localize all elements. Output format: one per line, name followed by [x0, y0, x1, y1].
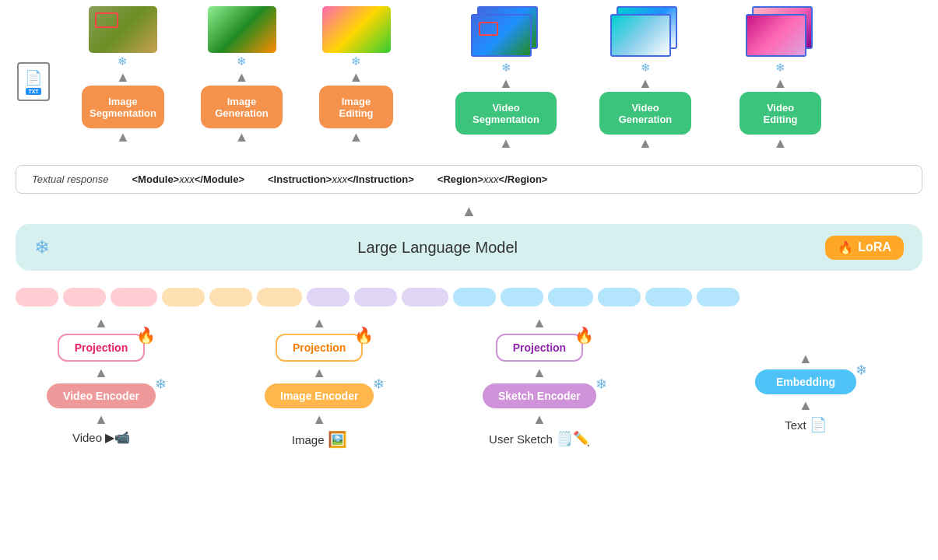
sketch-enc-wrapper: Sketch Encoder ❄: [483, 383, 596, 408]
sketch-input-text: User Sketch: [489, 432, 553, 446]
lora-fire-icon: 🔥: [838, 240, 853, 255]
token-pink-2: [63, 288, 106, 306]
token-peach-1: [162, 288, 205, 306]
task-video-generation: VideoGeneration: [599, 92, 691, 135]
video-projection-box: Projection: [58, 334, 145, 362]
image-input-text: Image: [292, 433, 325, 446]
video-generation-group: ❄ ▲ VideoGeneration ▲: [599, 6, 691, 150]
image-proj-wrapper: Projection 🔥: [276, 334, 363, 362]
vid-edit-thumb: [746, 6, 816, 59]
lora-label: LoRA: [858, 240, 891, 254]
token-peach-3: [257, 288, 302, 306]
arrow-down-img-seg: ▲: [116, 130, 130, 144]
arrow-down-img-gen: ▲: [235, 130, 249, 144]
arrow-response-to-llm: ▲: [462, 202, 477, 220]
image-enc-wrapper: Image Encoder ❄: [265, 383, 374, 408]
fire-sketch-proj: 🔥: [574, 326, 594, 345]
arrow-vid-gen: ▲: [638, 76, 652, 90]
video-editing-group: ❄ ▲ VideoEditing ▲: [740, 6, 821, 150]
txt-doc-icon: 📄 TXT: [17, 62, 54, 101]
vid-seg-thumb: [471, 6, 541, 59]
image-encoder-box: Image Encoder: [265, 383, 374, 408]
task-image-segmentation: ImageSegmentation: [82, 86, 164, 128]
image-encoder-col: ▲ Projection 🔥 ▲ Image Encoder ❄ ▲ Image…: [265, 316, 374, 449]
snowflake-vid-seg: ❄: [501, 61, 511, 75]
snowflake-img-seg: ❄: [118, 54, 128, 68]
video-encoder-label: Video Encoder: [63, 390, 139, 402]
video-input-icon: ▶📹: [105, 430, 130, 445]
sketch-proj-label: Projection: [513, 341, 566, 354]
video-encoder-box: Video Encoder: [47, 383, 156, 408]
video-input-label: Video ▶📹: [72, 430, 130, 445]
image-encoder-label: Image Encoder: [280, 390, 358, 402]
token-blue-2: [501, 288, 543, 306]
arrow-vid-seg: ▲: [499, 76, 513, 90]
snowflake-llm: ❄: [34, 236, 50, 258]
token-blue-6: [697, 288, 740, 306]
arrow-proj-to-token-video: ▲: [94, 316, 108, 330]
token-pills-row: [16, 288, 922, 306]
img-gen-thumb: [208, 6, 276, 53]
token-blue-5: [645, 288, 692, 306]
snowflake-vid-edit: ❄: [775, 61, 785, 75]
lora-badge: 🔥 LoRA: [825, 236, 904, 260]
arrow-img-gen: ▲: [235, 70, 249, 84]
text-embedding-col: ▲ Embedding ❄ ▲ Text 📄: [755, 352, 856, 433]
arrow-input-to-enc-sketch: ▲: [532, 412, 546, 426]
snowflake-text-emb: ❄: [855, 362, 867, 379]
token-peach-2: [209, 288, 252, 306]
token-pink-1: [16, 288, 58, 306]
image-generation-group: ❄ ▲ ImageGeneration ▲: [201, 6, 283, 144]
video-segmentation-group: ❄ ▲ VideoSegmentation ▲: [455, 6, 557, 150]
token-pink-3: [111, 288, 157, 306]
arrow-img-edit: ▲: [350, 70, 364, 84]
snowflake-sketch-enc: ❄: [595, 376, 607, 393]
video-input-text: Video: [72, 431, 102, 444]
sketch-projection-box: Projection: [496, 334, 583, 362]
llm-box: ❄ Large Language Model 🔥 LoRA: [16, 224, 922, 271]
vid-gen-thumb: [610, 6, 680, 59]
task-video-segmentation: VideoSegmentation: [455, 92, 557, 135]
token-blue-4: [598, 288, 641, 306]
image-input-label: Image 🖼️: [292, 430, 347, 449]
arrow-input-to-enc-image: ▲: [312, 412, 326, 426]
sketch-encoder-box: Sketch Encoder: [483, 383, 596, 408]
arrow-down-vid-edit: ▲: [774, 136, 788, 150]
arrow-vid-edit: ▲: [774, 76, 788, 90]
fire-image-proj: 🔥: [354, 326, 374, 345]
token-lavender-2: [354, 288, 397, 306]
snowflake-image-enc: ❄: [373, 376, 385, 393]
arrow-img-seg: ▲: [116, 70, 130, 84]
text-input-label: Text 📄: [785, 416, 827, 433]
fire-video-proj: 🔥: [136, 326, 156, 345]
snowflake-img-edit: ❄: [351, 54, 361, 68]
token-lavender-1: [307, 288, 350, 306]
arrow-proj-to-token-sketch: ▲: [532, 316, 546, 330]
snowflake-vid-gen: ❄: [641, 61, 651, 75]
text-embedding-box: Embedding: [755, 369, 856, 394]
arrow-down-img-edit: ▲: [350, 130, 364, 144]
arrow-emb-to-token-text: ▲: [799, 352, 813, 366]
sketch-encoder-label: Sketch Encoder: [498, 390, 581, 402]
arrow-input-to-enc-video: ▲: [94, 412, 108, 426]
token-lavender-3: [402, 288, 448, 306]
video-proj-wrapper: Projection 🔥: [58, 334, 145, 362]
arrow-enc-to-proj-video: ▲: [94, 366, 108, 380]
sketch-proj-wrapper: Projection 🔥: [496, 334, 583, 362]
architecture-diagram: 📄 TXT ❄ ▲ ImageSegmentation ▲ ❄ ▲ ImageG…: [0, 0, 938, 560]
video-proj-label: Projection: [75, 341, 128, 354]
textual-response-box: Textual response <Module>xxx</Module> <I…: [16, 165, 922, 194]
video-enc-wrapper: Video Encoder ❄: [47, 383, 156, 408]
text-input-text: Text: [785, 418, 806, 432]
image-projection-box: Projection: [276, 334, 363, 362]
img-seg-thumb: [89, 6, 157, 53]
arrow-enc-to-proj-sketch: ▲: [532, 366, 546, 380]
token-blue-3: [548, 288, 593, 306]
text-embedding-label: Embedding: [776, 376, 835, 388]
text-emb-wrapper: Embedding ❄: [755, 369, 856, 394]
video-encoder-col: ▲ Projection 🔥 ▲ Video Encoder ❄ ▲ Video…: [47, 316, 156, 445]
image-input-icon: 🖼️: [328, 430, 347, 449]
snowflake-img-gen: ❄: [237, 54, 247, 68]
arrow-enc-to-proj-image: ▲: [312, 366, 326, 380]
image-proj-label: Projection: [293, 341, 346, 354]
